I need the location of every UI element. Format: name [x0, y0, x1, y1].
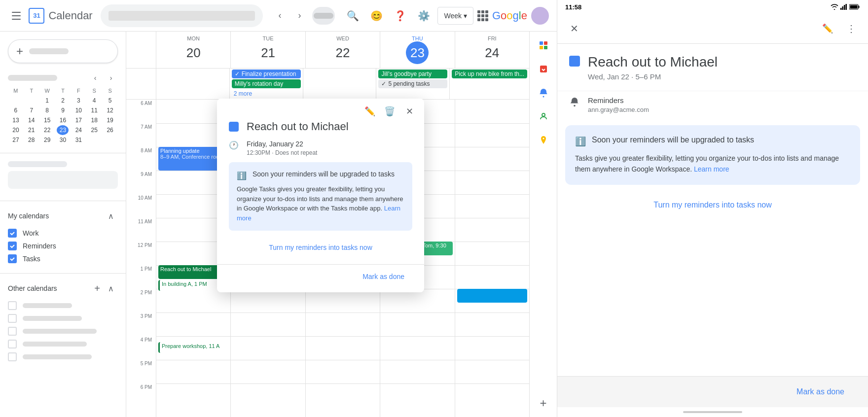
other-calendars-toggle[interactable]: ∧	[104, 281, 118, 295]
today-pill[interactable]	[312, 7, 335, 25]
svg-rect-3	[540, 41, 543, 45]
calendar-item-tasks[interactable]: Tasks	[8, 252, 118, 265]
battery-icon	[849, 4, 860, 10]
calendar-item-work[interactable]: Work	[8, 227, 118, 240]
day-header-tue: TUE 21	[230, 32, 305, 68]
time-col-fri[interactable]	[455, 100, 529, 417]
home-bar	[683, 411, 742, 413]
other-calendar-item-5[interactable]	[8, 350, 118, 363]
convert-reminders-button[interactable]: Turn my reminders into tasks now	[229, 239, 412, 256]
popup-close-button[interactable]: ✕	[400, 103, 418, 120]
avatar[interactable]	[531, 7, 549, 25]
mobile-close-button[interactable]: ✕	[565, 20, 583, 37]
tasks-calendar-label: Tasks	[23, 255, 40, 263]
mobile-upgrade-title: Soon your reminders will be upgraded to …	[592, 135, 754, 145]
help-button[interactable]: ❓	[390, 6, 410, 26]
reminders-calendar-label: Reminders	[23, 242, 56, 250]
menu-button[interactable]	[8, 6, 25, 26]
logo-number: 31	[33, 12, 40, 19]
mobile-info-icon: ℹ️	[575, 136, 586, 147]
mobile-mark-done-button[interactable]: Mark as done	[785, 382, 856, 401]
mobile-status-bar: 11:58	[557, 0, 868, 14]
other-calendar-item-3[interactable]	[8, 325, 118, 338]
add-other-calendar-button[interactable]: +	[90, 281, 104, 295]
mobile-reminders-icon	[569, 96, 580, 109]
svg-rect-6	[544, 46, 547, 49]
apps-icon[interactable]	[477, 10, 488, 21]
view-label: Week	[444, 12, 462, 20]
svg-point-8	[542, 96, 544, 98]
allday-jill[interactable]: Jill's goodbye party	[378, 70, 447, 78]
mini-next-button[interactable]: ›	[104, 71, 118, 85]
mobile-upgrade-header: ℹ️ Soon your reminders will be upgraded …	[575, 135, 850, 147]
my-calendars-toggle[interactable]: ∧	[104, 209, 118, 223]
popup-delete-button[interactable]: 🗑️	[381, 103, 398, 120]
check-icon-tasks: ✓	[381, 80, 386, 87]
allday-tasks[interactable]: ✓ 5 pending tasks	[378, 79, 447, 88]
svg-rect-12	[842, 6, 844, 10]
mini-prev-button[interactable]: ‹	[88, 71, 102, 85]
allday-more-link[interactable]: 2 more	[232, 89, 301, 98]
mini-cal-grid: M T W T F S S 1 2 3 4	[8, 87, 118, 145]
maps-icon-btn[interactable]	[534, 130, 553, 150]
popup-color-indicator	[229, 122, 239, 132]
sidebar-placeholder-1	[8, 161, 67, 167]
add-right-panel-btn[interactable]: +	[534, 393, 553, 413]
nav-arrows: ‹ ›	[271, 7, 308, 25]
my-calendars-title: My calendars	[8, 212, 104, 220]
allday-col-mon	[156, 69, 229, 99]
other-cal-checkbox-1	[8, 301, 17, 310]
search-box[interactable]	[101, 4, 263, 27]
other-calendar-item-4[interactable]	[8, 338, 118, 350]
allday-bike[interactable]: Pick up new bike from th...	[452, 70, 527, 78]
reminders-icon-btn[interactable]	[534, 83, 553, 103]
svg-rect-17	[850, 5, 858, 9]
mobile-upgrade-box: ℹ️ Soon your reminders will be upgraded …	[565, 125, 860, 185]
other-cal-label-5	[23, 354, 92, 359]
mobile-body: Reach out to Michael Wed, Jan 22 · 5–6 P…	[557, 44, 868, 376]
popup-header: ✏️ 🗑️ ✕	[217, 99, 424, 120]
event-prepare-workshop[interactable]: Prepare workshop, 11 A	[158, 342, 228, 353]
popup-date-row: 🕐 Friday, January 22 12:30PM · Does not …	[229, 139, 412, 156]
top-actions: 🔍 😊 ❓ ⚙️ Week ▾ Google	[343, 6, 549, 26]
smiley-button[interactable]: 😊	[366, 6, 386, 26]
calendar-view-icon-btn[interactable]	[534, 35, 553, 55]
right-icons-panel: +	[529, 32, 557, 417]
mark-done-button[interactable]: Mark as done	[351, 269, 416, 284]
popup-event-time: 12:30PM · Does not repeat	[247, 149, 317, 156]
status-icons	[831, 4, 860, 10]
mobile-reminders-label: Reminders	[588, 95, 649, 106]
work-calendar-label: Work	[23, 229, 38, 237]
svg-rect-5	[540, 46, 543, 49]
allday-milly[interactable]: Milly's rotation day	[232, 79, 301, 88]
allday-finalize[interactable]: ✓ Finalize presentation	[232, 70, 301, 78]
mobile-convert-button[interactable]: Turn my reminders into tasks now	[557, 193, 868, 217]
calendar-item-reminders[interactable]: Reminders	[8, 240, 118, 252]
sidebar: + ‹ › M T W T	[0, 32, 126, 417]
event-fri-unknown[interactable]	[457, 289, 527, 303]
mobile-edit-button[interactable]: ✏️	[819, 20, 836, 37]
settings-button[interactable]: ⚙️	[414, 6, 434, 26]
upgrade-body-text: Google Tasks gives you greater flexibili…	[237, 185, 403, 212]
svg-rect-13	[844, 5, 845, 10]
mobile-more-button[interactable]: ⋮	[842, 20, 860, 37]
upgrade-header: ℹ️ Soon your reminders will be upgraded …	[237, 170, 404, 180]
svg-rect-16	[859, 6, 860, 8]
nav-prev-button[interactable]: ‹	[271, 7, 289, 25]
mobile-reminders-section: Reminders ann.gray@acme.com	[557, 91, 868, 118]
other-calendar-item-2[interactable]	[8, 312, 118, 325]
tasks-icon-btn[interactable]	[534, 59, 553, 79]
mobile-learn-more-link[interactable]: Learn more	[694, 165, 729, 173]
popup-edit-button[interactable]: ✏️	[361, 103, 379, 120]
create-button[interactable]: +	[8, 39, 118, 63]
contacts-icon-btn[interactable]	[534, 106, 553, 126]
search-button[interactable]: 🔍	[343, 6, 362, 26]
my-calendars-section: My calendars ∧ Work Reminders	[0, 205, 126, 269]
svg-rect-7	[540, 66, 547, 72]
app-title: Calendar	[48, 9, 92, 22]
nav-next-button[interactable]: ›	[290, 7, 308, 25]
other-calendars-title: Other calendars	[8, 284, 90, 292]
view-selector[interactable]: Week ▾	[437, 7, 473, 25]
sidebar-placeholder-2	[8, 171, 118, 189]
other-calendar-item-1[interactable]	[8, 299, 118, 312]
